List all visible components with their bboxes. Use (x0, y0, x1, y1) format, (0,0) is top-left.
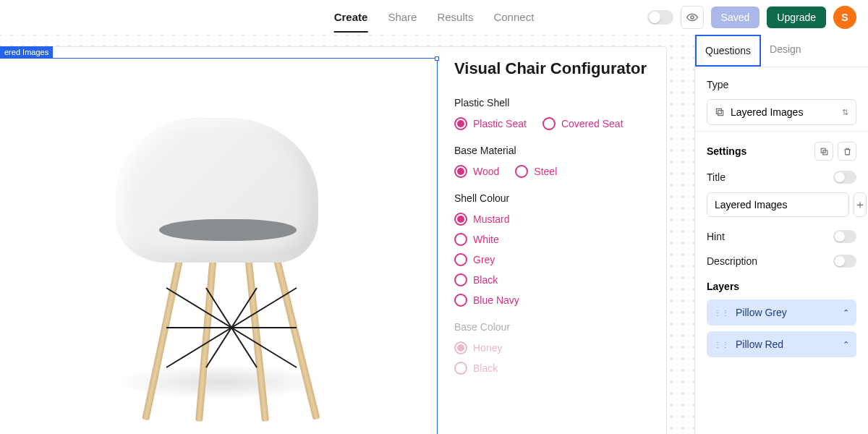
config-group: Plastic ShellPlastic SeatCovered Seat (454, 97, 668, 130)
layer-name: Pillow Red (736, 339, 837, 350)
description-setting: Description (695, 249, 868, 273)
hint-label: Hint (707, 231, 833, 242)
group-title: Base Material (454, 145, 668, 156)
nav-tab-connect[interactable]: Connect (493, 1, 534, 33)
layer-name: Pillow Grey (736, 307, 837, 318)
chevron-updown-icon: ⇅ (842, 108, 848, 117)
title-input-row: ＋ (695, 190, 868, 224)
selection-label[interactable]: ered Images (0, 46, 53, 58)
radio-icon (542, 117, 556, 130)
hint-setting: Hint (695, 224, 868, 249)
grip-icon: ⋮⋮ (714, 309, 730, 317)
grip-icon: ⋮⋮ (714, 341, 730, 349)
avatar[interactable]: S (833, 6, 856, 29)
selection-border (437, 58, 438, 434)
settings-label: Settings (707, 145, 810, 157)
radio-label: Blue Navy (473, 294, 519, 306)
svg-point-0 (691, 16, 694, 19)
radio-label: Honey (473, 342, 502, 354)
radio-icon (454, 341, 467, 354)
title-toggle[interactable] (833, 171, 856, 184)
radio-label: Covered Seat (561, 118, 624, 129)
radio-option[interactable]: White (454, 233, 668, 246)
radio-option[interactable]: Black (454, 273, 668, 286)
radio-label: Plastic Seat (473, 118, 527, 129)
selection-handle[interactable] (435, 56, 439, 61)
canvas-area[interactable]: ered Images Visual Chair Configurator Pl… (0, 35, 694, 434)
chair-preview (87, 75, 354, 429)
radio-icon (454, 294, 467, 307)
radio-icon (454, 117, 467, 130)
radio-option[interactable]: Grey (454, 253, 668, 266)
layer-item[interactable]: ⋮⋮ Pillow Red ⌃ (707, 331, 856, 357)
hint-toggle[interactable] (833, 230, 856, 243)
radio-label: Wood (473, 166, 499, 177)
tab-design[interactable]: Design (761, 35, 810, 67)
radio-option[interactable]: Blue Navy (454, 294, 668, 307)
top-bar: Create Share Results Connect Saved Upgra… (0, 0, 868, 35)
radio-label: Grey (473, 254, 495, 265)
chair-seat (116, 118, 318, 263)
eye-icon (686, 12, 698, 23)
radio-icon (454, 165, 467, 178)
description-toggle[interactable] (833, 255, 856, 268)
upgrade-button[interactable]: Upgrade (767, 7, 826, 28)
radio-option[interactable]: Wood (454, 165, 499, 178)
tab-questions[interactable]: Questions (695, 35, 761, 67)
duplicate-button[interactable] (814, 142, 833, 161)
sidebar: Questions Design Type Layered Images ⇅ S… (694, 35, 868, 434)
add-button[interactable]: ＋ (854, 192, 867, 217)
svg-rect-1 (716, 109, 721, 114)
toolbar-right: Saved Upgrade S (647, 6, 868, 29)
radio-label: Steel (534, 166, 557, 177)
selection-border (0, 58, 438, 59)
settings-header: Settings (695, 131, 868, 165)
configurator-title: Visual Chair Configurator (454, 59, 668, 78)
chevron-up-icon: ⌃ (843, 308, 849, 318)
radio-label: White (473, 234, 499, 245)
copy-icon (820, 147, 829, 156)
plus-icon: ＋ (854, 197, 866, 213)
chair-wire (163, 284, 300, 371)
title-input[interactable] (707, 192, 849, 217)
configurator-panel: Visual Chair Configurator Plastic ShellP… (454, 59, 668, 389)
saved-button[interactable]: Saved (711, 7, 760, 28)
config-group: Base ColourHoneyBlack (454, 321, 668, 375)
group-title: Plastic Shell (454, 97, 668, 109)
config-group: Shell ColourMustardWhiteGreyBlackBlue Na… (454, 192, 668, 307)
radio-option: Black (454, 362, 668, 375)
nav-tab-create[interactable]: Create (334, 1, 368, 33)
radio-option[interactable]: Covered Seat (542, 117, 624, 130)
radio-icon (454, 233, 467, 246)
radio-icon (454, 213, 467, 226)
radio-option[interactable]: Plastic Seat (454, 117, 527, 130)
radio-option: Honey (454, 341, 668, 354)
radio-option[interactable]: Steel (515, 165, 557, 178)
svg-rect-2 (718, 111, 723, 116)
radio-label: Mustard (473, 213, 510, 225)
radio-label: Black (473, 362, 498, 374)
radio-icon (454, 362, 467, 375)
type-value: Layered Images (731, 106, 803, 118)
nav-tab-share[interactable]: Share (388, 1, 417, 33)
radio-icon (515, 165, 528, 178)
visibility-button[interactable] (681, 6, 704, 29)
description-label: Description (707, 255, 833, 267)
radio-option[interactable]: Mustard (454, 213, 668, 226)
radio-icon (454, 273, 467, 286)
main: ered Images Visual Chair Configurator Pl… (0, 35, 868, 434)
config-group: Base MaterialWoodSteel (454, 145, 668, 178)
nav-tab-results[interactable]: Results (437, 1, 473, 33)
layers-icon (715, 107, 725, 117)
title-label: Title (707, 171, 833, 183)
sidebar-tabs: Questions Design (695, 35, 868, 67)
layer-item[interactable]: ⋮⋮ Pillow Grey ⌃ (707, 299, 856, 326)
trash-icon (843, 147, 852, 156)
preview-toggle[interactable] (647, 10, 673, 25)
type-select[interactable]: Layered Images ⇅ (707, 99, 856, 125)
radio-label: Black (473, 274, 498, 286)
title-setting: Title (695, 165, 868, 190)
delete-button[interactable] (838, 142, 856, 161)
group-title: Shell Colour (454, 192, 668, 204)
layers-label: Layers (695, 273, 868, 299)
